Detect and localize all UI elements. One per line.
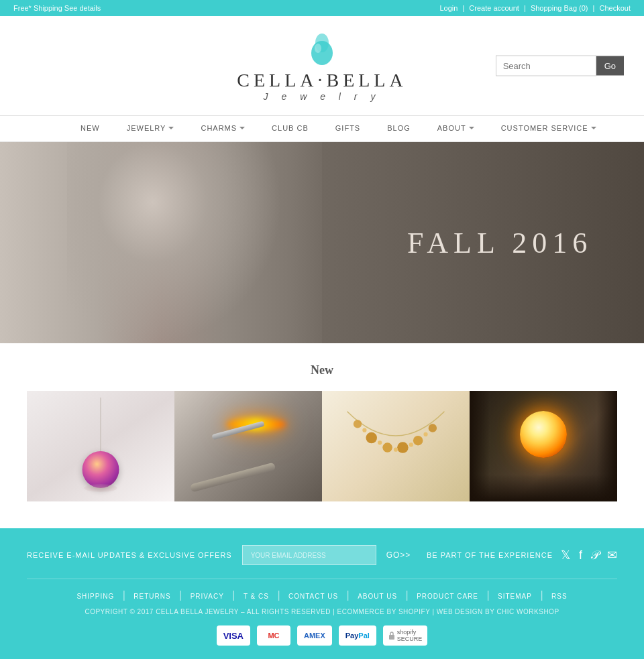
- svg-point-13: [423, 432, 427, 436]
- footer-link-sitemap[interactable]: SITEMAP: [498, 593, 532, 600]
- paypal-badge: PayPal: [339, 625, 376, 646]
- mastercard-badge: MC: [257, 625, 290, 646]
- hero-banner[interactable]: FALL 2016: [0, 142, 644, 343]
- product-item-1[interactable]: [27, 391, 174, 501]
- checkout-link[interactable]: Checkout: [600, 4, 631, 12]
- hero-text: FALL 2016: [407, 226, 592, 260]
- facebook-icon[interactable]: f: [579, 548, 582, 562]
- main-nav: NEW JEWELRY CHARMS CLUB CB GIFTS BLOG AB…: [0, 115, 644, 142]
- svg-point-4: [366, 432, 377, 444]
- footer-link-shipping[interactable]: SHIPPING: [76, 593, 114, 600]
- create-account-link[interactable]: Create account: [469, 4, 519, 12]
- nav-item-about[interactable]: ABOUT: [424, 116, 488, 141]
- newsletter-section: RECEIVE E-MAIL UPDATES & EXCLUSIVE OFFER…: [27, 545, 617, 565]
- search-button[interactable]: Go: [596, 56, 624, 76]
- visa-badge: VISA: [217, 625, 250, 646]
- nav-item-blog[interactable]: BLOG: [374, 116, 424, 141]
- svg-point-12: [409, 442, 413, 446]
- twitter-icon[interactable]: 𝕏: [561, 548, 571, 562]
- logo-text: CELLA·BELLA: [237, 70, 407, 91]
- nav-item-gifts[interactable]: GIFTS: [322, 116, 374, 141]
- svg-point-9: [362, 428, 366, 432]
- footer-link-product-care[interactable]: PRODUCT CARE: [417, 593, 478, 600]
- svg-point-11: [394, 448, 398, 452]
- footer-links: SHIPPING | RETURNS | PRIVACY | T & CS | …: [27, 579, 617, 601]
- shipping-notice: Free* Shipping See details: [13, 4, 101, 12]
- necklace-svg: [329, 398, 463, 495]
- svg-point-8: [429, 424, 437, 432]
- footer-link-about[interactable]: ABOUT US: [358, 593, 397, 600]
- hero-figure: [67, 142, 282, 343]
- svg-point-7: [413, 436, 423, 446]
- top-bar-right: Login | Create account | Shopping Bag (0…: [439, 4, 631, 12]
- nav-item-clubcb[interactable]: CLUB CB: [258, 116, 322, 141]
- logo-sub: J e w e l r y: [264, 91, 381, 102]
- nav-item-customer-service[interactable]: CUSTOMER SERVICE: [488, 116, 610, 141]
- logo-icon: [305, 29, 339, 66]
- search-input[interactable]: [496, 56, 596, 76]
- newsletter-label: RECEIVE E-MAIL UPDATES & EXCLUSIVE OFFER…: [27, 551, 232, 559]
- nav-item-new[interactable]: NEW: [67, 116, 113, 141]
- svg-point-3: [354, 420, 362, 428]
- social-section: BE PART OF THE EXPERIENCE 𝕏 f 𝒫 ✉: [427, 548, 617, 562]
- logo[interactable]: CELLA·BELLA J e w e l r y: [237, 29, 407, 102]
- email-input[interactable]: [242, 545, 376, 565]
- pinterest-icon[interactable]: 𝒫: [590, 548, 599, 562]
- search-container: Go: [496, 56, 624, 76]
- product-grid: [0, 391, 644, 501]
- footer-link-tcs[interactable]: T & CS: [244, 593, 269, 600]
- footer: RECEIVE E-MAIL UPDATES & EXCLUSIVE OFFER…: [0, 528, 644, 659]
- copyright: COPYRIGHT © 2017 CELLA BELLA JEWELRY – A…: [27, 608, 617, 615]
- email-icon[interactable]: ✉: [607, 548, 617, 562]
- nav-item-charms[interactable]: CHARMS: [187, 116, 258, 141]
- amex-badge: AMEX: [297, 625, 332, 646]
- chevron-down-icon: [469, 127, 474, 129]
- chevron-down-icon: [168, 127, 174, 129]
- login-link[interactable]: Login: [439, 4, 458, 12]
- product-item-4[interactable]: [470, 391, 617, 501]
- svg-point-2: [315, 44, 321, 53]
- product-item-3[interactable]: [322, 391, 470, 501]
- lock-icon: [388, 631, 395, 640]
- nav-item-jewelry[interactable]: JEWELRY: [113, 116, 188, 141]
- bag-link[interactable]: Shopping Bag (0): [531, 4, 588, 12]
- header: CELLA·BELLA J e w e l r y Go: [0, 16, 644, 115]
- new-section: New: [0, 343, 644, 515]
- footer-link-returns[interactable]: RETURNS: [133, 593, 170, 600]
- payment-icons: VISA MC AMEX PayPal shopifySECURE: [27, 625, 617, 646]
- shopify-secure-badge: shopifySECURE: [383, 625, 428, 646]
- newsletter-go-button[interactable]: GO>>: [386, 550, 411, 560]
- newsletter-left: RECEIVE E-MAIL UPDATES & EXCLUSIVE OFFER…: [27, 545, 411, 565]
- svg-rect-14: [389, 635, 394, 640]
- footer-link-contact[interactable]: CONTACT US: [288, 593, 338, 600]
- footer-link-privacy[interactable]: PRIVACY: [191, 593, 224, 600]
- svg-point-6: [397, 442, 409, 453]
- social-label: BE PART OF THE EXPERIENCE: [427, 551, 553, 559]
- product-item-2[interactable]: [174, 391, 322, 501]
- svg-point-10: [378, 440, 382, 444]
- svg-point-5: [382, 442, 392, 453]
- footer-link-rss[interactable]: RSS: [551, 593, 568, 600]
- chevron-down-icon: [591, 127, 596, 129]
- chevron-down-icon: [239, 127, 245, 129]
- new-section-title: New: [0, 363, 644, 377]
- top-bar: Free* Shipping See details Login | Creat…: [0, 0, 644, 16]
